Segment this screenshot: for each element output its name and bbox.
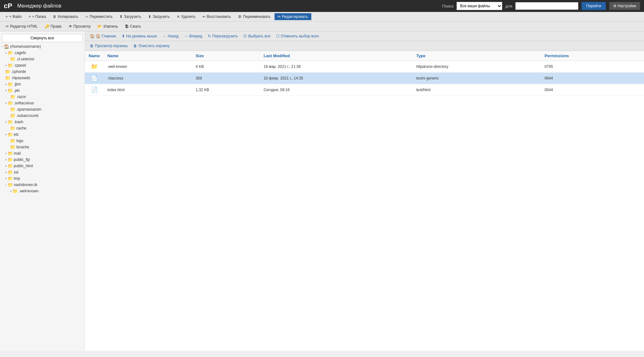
home-nav-button[interactable]: 🏠 🏠 Главная <box>87 33 119 40</box>
reload-nav-button[interactable]: ↻ Перезагрузить <box>205 33 240 40</box>
folder-icon: 📁 <box>10 57 15 62</box>
folder-icon: 📁 <box>5 75 10 80</box>
col-size[interactable]: Size <box>192 51 260 61</box>
tree-item-label: logs <box>16 139 23 143</box>
tree-item-vashdomen[interactable]: − 📁 vashdomen.tk <box>0 182 85 188</box>
tree-item-cache[interactable]: 📁 cache <box>0 125 85 131</box>
folder-icon: 📁 <box>10 138 15 143</box>
tree-item-cagefs[interactable]: + 📁 .cagefs <box>0 50 85 56</box>
copy-button[interactable]: 🗎 Копировать <box>50 13 81 20</box>
permissions-button[interactable]: 🔑 Права <box>42 23 65 30</box>
col-name-label[interactable]: Name <box>103 51 192 61</box>
extract-button[interactable]: 📂 Извлечь <box>94 23 121 30</box>
expand-icon: + <box>5 177 7 180</box>
file-name-cell[interactable]: .well-known <box>103 61 192 73</box>
tree-item-subaccounts[interactable]: 📁 .subaccounts <box>0 113 85 119</box>
table-row[interactable]: 📄 index.html 1,32 KB Сегодня, 09:16 text… <box>85 84 644 96</box>
tree-item-label: lscache <box>16 145 29 149</box>
select-all-nav-button[interactable]: ☑ Выбрать все <box>241 33 273 40</box>
tree-item-cl-selector[interactable]: 📁 .cl.selector <box>0 56 85 62</box>
col-name[interactable]: Name <box>85 51 103 61</box>
back-nav-button[interactable]: ← Назад <box>160 33 181 40</box>
new-file-button[interactable]: + + Файл <box>3 13 25 20</box>
expand-icon: + <box>5 171 7 174</box>
tree-item-label: vashdomen.tk <box>14 183 37 187</box>
tree-item-label: cache <box>16 126 26 130</box>
folder-icon: 📁 <box>8 101 13 106</box>
collapse-all-button[interactable]: Свернуть все <box>2 34 83 42</box>
tree-item-spamassassin[interactable]: 📁 .spamassassin <box>0 106 85 113</box>
folder-icon: 📁 <box>8 88 13 93</box>
rename-button[interactable]: 🗎 Переименовать <box>235 13 274 20</box>
edit-button[interactable]: ✏ Редактировать <box>275 13 311 20</box>
table-header-row: Name Name Size Last Modified Type Permis… <box>85 51 644 61</box>
folder-icon: 📁 <box>8 163 13 168</box>
expand-icon: + <box>5 120 7 124</box>
file-name-cell[interactable]: .htaccess <box>103 73 192 84</box>
tree-item-label: .softaculous <box>14 101 34 105</box>
tree-item-mail[interactable]: + 📁 mail <box>0 150 85 157</box>
deselect-all-nav-button[interactable]: ☐ Отменить выбор всех <box>274 33 321 40</box>
folder-icon: 🏠 <box>4 44 9 49</box>
file-modified-cell: 19 мар. 2021 г., 21:38 <box>260 61 412 73</box>
sidebar: Свернуть все − 🏠 (/home/username) + 📁 .c… <box>0 31 85 351</box>
tree-item-htpasswds[interactable]: 📁 .htpasswds <box>0 75 85 81</box>
move-button[interactable]: ⤷ Переместить <box>82 13 116 20</box>
tree-item-public-ftp[interactable]: + 📁 public_ftp <box>0 157 85 163</box>
table-row[interactable]: 📁 .well-known 4 KB 19 мар. 2021 г., 21:3… <box>85 61 644 73</box>
folder-icon: 📁 <box>8 119 13 124</box>
tree-item-public-html[interactable]: + 📁 public_html <box>0 163 85 169</box>
tree-item-ssl[interactable]: + 📁 ssl <box>0 169 85 175</box>
download-button[interactable]: ⬇ Загрузить <box>145 13 173 20</box>
new-folder-button[interactable]: + + Папка <box>25 13 49 20</box>
tree-item-razor[interactable]: 📁 .razor <box>0 94 85 100</box>
tree-item-trash[interactable]: + 📁 .trash <box>0 119 85 125</box>
file-panel: 🏠 🏠 Главная ⬆ На уровень выше ← Назад → … <box>85 31 644 351</box>
empty-trash-button[interactable]: 🗑 Очистить корзину <box>131 42 172 49</box>
tree-item-pki[interactable]: + 📁 .pki <box>0 87 85 94</box>
tree-item-lscache[interactable]: 📁 lscache <box>0 144 85 150</box>
upload-button[interactable]: ⬆ Загрузить <box>116 13 144 20</box>
tree-item-label: public_ftp <box>14 157 30 162</box>
col-type[interactable]: Type <box>413 51 541 61</box>
tree-item-tmp[interactable]: + 📁 tmp <box>0 175 85 182</box>
tree-item-well-known[interactable]: + 📁 .well-known <box>0 188 85 194</box>
restore-button[interactable]: ↩ Восстановить <box>199 13 234 20</box>
tree-item-label: .well-known <box>19 189 39 193</box>
file-size-cell: 359 <box>192 73 260 84</box>
compress-button[interactable]: 🗜 Сжать <box>122 23 144 30</box>
table-row[interactable]: 📄 .htaccess 359 10 февр. 2021 г., 14:35 … <box>85 73 644 84</box>
main-layout: Свернуть все − 🏠 (/home/username) + 📁 .c… <box>0 31 644 351</box>
file-name-cell[interactable]: index.html <box>103 84 192 96</box>
col-modified[interactable]: Last Modified <box>260 51 412 61</box>
tree-item-logs[interactable]: 📁 logs <box>0 138 85 144</box>
tree-item-label: .cphorde <box>11 69 26 74</box>
search-scope-select[interactable]: Все ваши файлы Только имя файла Только с… <box>457 2 502 10</box>
tree-item-softaculous[interactable]: + 📁 .softaculous <box>0 100 85 106</box>
settings-button[interactable]: ⚙ Настройки <box>609 2 640 10</box>
col-permissions[interactable]: Permissions <box>541 51 644 61</box>
tree-item-label: .pki <box>14 88 20 93</box>
tree-item-cphorde[interactable]: 📁 .cphorde <box>0 69 85 75</box>
go-button[interactable]: Перейти <box>581 2 606 10</box>
tree-item-jbm[interactable]: + 📁 .jbm <box>0 81 85 87</box>
folder-icon: 📁 <box>8 182 13 187</box>
up-nav-button[interactable]: ⬆ На уровень выше <box>119 33 159 40</box>
tree-item-root[interactable]: − 🏠 (/home/username) <box>0 43 85 50</box>
folder-icon: 📁 <box>8 50 13 55</box>
expand-icon: + <box>5 102 7 105</box>
tree-item-label: .cl.selector <box>16 57 34 61</box>
forward-nav-button[interactable]: → Вперед <box>182 33 205 40</box>
view-button[interactable]: 👁 Просмотр <box>65 23 94 30</box>
search-input[interactable] <box>515 2 578 10</box>
app-title: Менеджер файлов <box>17 3 439 9</box>
delete-button[interactable]: ✕ Удалить <box>174 13 199 20</box>
view-trash-button[interactable]: 🗑 Просмотр корзины <box>87 42 130 49</box>
expand-icon: + <box>5 83 7 86</box>
expand-icon: + <box>5 152 7 155</box>
tree-item-etc[interactable]: + 📁 etc <box>0 131 85 138</box>
folder-icon: 📁 <box>8 157 13 162</box>
tree-item-cpanel[interactable]: + 📁 .cpanel <box>0 62 85 69</box>
html-editor-button[interactable]: ✏ Редактор HTML <box>3 23 41 30</box>
file-nav2: 🗑 Просмотр корзины 🗑 Очистить корзину <box>85 41 644 51</box>
